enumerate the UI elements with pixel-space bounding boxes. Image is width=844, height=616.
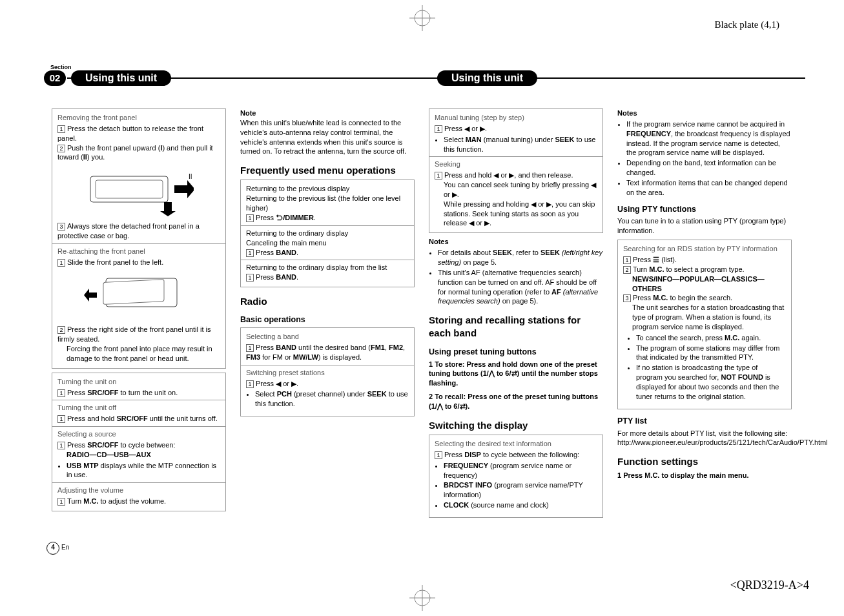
bullet: To cancel the search, press M.C. again. xyxy=(636,333,786,343)
pty-intro: You can tune in to a station using PTY (… xyxy=(617,216,792,236)
step-number: 1 xyxy=(435,451,442,459)
note-bullet: Text information items that can be chang… xyxy=(626,178,792,198)
step-number: 1 xyxy=(623,256,631,264)
line: Returning to the previous display xyxy=(246,184,409,194)
step-number: 1 xyxy=(57,442,65,449)
step-number: 1 xyxy=(246,274,254,282)
step-number: 1 xyxy=(246,344,254,352)
svg-marker-5 xyxy=(174,180,194,198)
svg-rect-10 xyxy=(103,280,164,305)
step-text: Press SRC/OFF to cycle between: xyxy=(67,441,176,449)
title-row: Using this unit Using this unit xyxy=(67,70,805,86)
box-head: Selecting a band xyxy=(246,332,409,342)
box-head: Selecting a source xyxy=(57,429,220,439)
bullet: If no station is broadcasting the type o… xyxy=(636,363,786,401)
note-bullet: Depending on the band, text information … xyxy=(626,158,792,178)
step-number: 1 xyxy=(246,249,254,257)
registration-mark-top-icon xyxy=(409,5,435,31)
bullet: USB MTP displays while the MTP connectio… xyxy=(67,461,220,480)
numbered-step: 1 Press M.C. to display the main menu. xyxy=(617,471,792,480)
heading-basic-ops: Basic operations xyxy=(240,314,415,325)
step-number: 1 xyxy=(435,125,442,133)
step-number: 2 xyxy=(623,266,631,274)
heading-pty-list: PTY list xyxy=(617,416,792,427)
page-number: 4En xyxy=(46,542,69,555)
step-number: 2 xyxy=(57,326,65,334)
bullet: Select PCH (preset channel) under SEEK t… xyxy=(255,389,409,409)
page-title-right: Using this unit xyxy=(437,70,537,86)
step-text: Press ◀ or ▶. xyxy=(256,380,298,387)
step-subtext: The unit searches for a station broadcas… xyxy=(623,303,786,332)
bullet: CLOCK (source name and clock) xyxy=(444,500,597,510)
step-number: 2 xyxy=(57,145,65,152)
step-text: Press ⮌/DIMMER. xyxy=(256,214,316,221)
pty-more-text: For more details about PTY list, visit t… xyxy=(617,429,792,438)
box-display-info: Selecting the desired text information 1… xyxy=(429,435,603,518)
title-divider xyxy=(67,77,805,79)
page-title-left: Using this unit xyxy=(71,70,171,86)
column-1: Removing the front panel 1Press the deta… xyxy=(52,108,226,522)
heading-store-recall: Storing and recalling stations for each … xyxy=(429,314,603,340)
box-head: Re-attaching the front panel xyxy=(57,247,220,256)
line: Returning to the ordinary display from t… xyxy=(246,263,409,272)
step-text: Press BAND. xyxy=(256,249,298,256)
step-number: 1 xyxy=(57,125,65,133)
line: Returning to the previous list (the fold… xyxy=(246,194,409,213)
column-4: Notes If the program service name cannot… xyxy=(617,108,792,522)
note-bullet: This unit's AF (alternative frequencies … xyxy=(438,268,603,306)
footer-code: <QRD3219-A>4 xyxy=(730,577,809,593)
notes-heading: Notes xyxy=(617,108,792,118)
step-text: Push the front panel upward (I) and then… xyxy=(57,144,213,161)
step-number: 3 xyxy=(57,223,65,231)
bullet: FREQUENCY (program service name or frequ… xyxy=(444,461,597,480)
notes-heading: Notes xyxy=(429,237,603,247)
numbered-step: 2 To recall: Press one of the preset tun… xyxy=(429,392,603,411)
box-head: Turning the unit on xyxy=(57,377,220,387)
source-chain: RADIO—CD—USB—AUX xyxy=(57,450,220,460)
numbered-step: 1 To store: Press and hold down one of t… xyxy=(429,360,603,389)
step-text: Press DISP to cycle between the followin… xyxy=(444,451,579,458)
heading-switch-display: Switching the display xyxy=(429,419,603,432)
box-tuning: Manual tuning (step by step) 1Press ◀ or… xyxy=(429,108,603,233)
diagram-remove-panel-icon: II I xyxy=(57,165,220,219)
step-number: 1 xyxy=(57,389,65,397)
note-text: When this unit's blue/white lead is conn… xyxy=(240,118,415,156)
step-number: 1 xyxy=(57,415,65,423)
note-bullet: If the program service name cannot be ac… xyxy=(626,119,792,158)
step-text: Press the right side of the front panel … xyxy=(57,325,211,343)
black-plate-label: Black plate (4,1) xyxy=(715,18,779,31)
step-text: Press and hold ◀ or ▶, and then release. xyxy=(444,171,573,179)
line: Canceling the main menu xyxy=(246,238,409,248)
step-text: Slide the front panel to the left. xyxy=(67,258,163,266)
step-text: Press ☰ (list). xyxy=(633,256,677,263)
box-head: Removing the front panel xyxy=(57,113,220,123)
box-head: Turning the unit off xyxy=(57,403,220,413)
heading-freq-menu: Frequently used menu operations xyxy=(240,164,415,177)
step-text: Press ◀ or ▶. xyxy=(444,125,487,132)
box-radio-basics: Selecting a band 1Press BAND until the d… xyxy=(240,327,415,416)
step-text: Turn M.C. to adjust the volume. xyxy=(67,497,166,505)
step-subtext: Forcing the front panel into place may r… xyxy=(57,344,220,364)
box-head: Switching preset stations xyxy=(246,368,409,378)
heading-function-settings: Function settings xyxy=(617,455,792,468)
svg-text:II: II xyxy=(189,173,192,180)
step-text: Press BAND until the desired band (FM1, … xyxy=(246,344,405,361)
box-head: Selecting the desired text information xyxy=(435,439,597,449)
step-text: Always store the detached front panel in… xyxy=(57,222,200,240)
list-icon: ☰ xyxy=(653,256,659,263)
bullet: The program of some stations may differ … xyxy=(636,344,786,363)
step-number: 1 xyxy=(246,214,254,222)
heading-pty-functions: Using PTY functions xyxy=(617,204,792,215)
diagram-attach-panel-icon xyxy=(57,269,220,322)
box-turn-on: Turning the unit on 1Press SRC/OFF to tu… xyxy=(52,373,226,511)
pty-chain: NEWS/INFO—POPULAR—CLASSICS—OTHERS xyxy=(623,274,786,294)
pty-url: http://www.pioneer.eu/eur/products/25/12… xyxy=(617,438,792,447)
box-head: Searching for an RDS station by PTY info… xyxy=(623,244,786,254)
box-head: Manual tuning (step by step) xyxy=(435,113,597,123)
column-3: Manual tuning (step by step) 1Press ◀ or… xyxy=(429,108,603,522)
box-head: Seeking xyxy=(435,159,597,169)
step-text: Press and hold SRC/OFF until the unit tu… xyxy=(67,415,218,422)
step-subtext: While pressing and holding ◀ or ▶, you c… xyxy=(435,200,597,229)
step-number: 1 xyxy=(435,172,442,180)
heading-radio: Radio xyxy=(240,295,415,308)
